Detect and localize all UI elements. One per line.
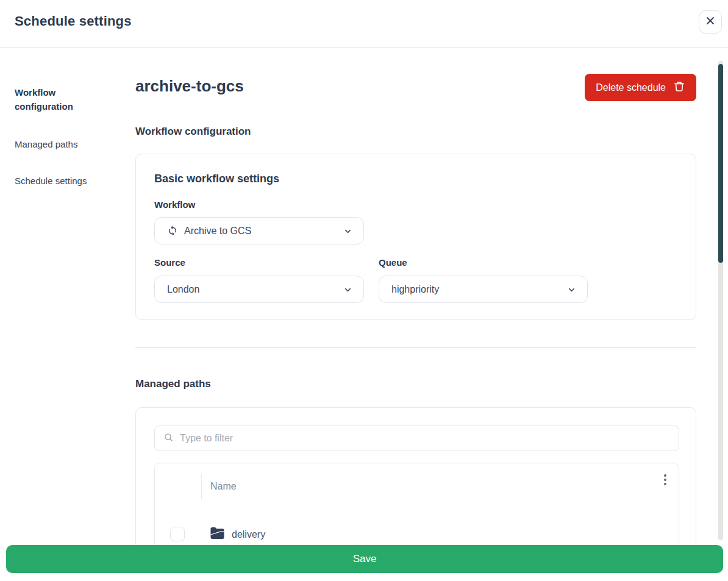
sidebar-item-workflow-configuration[interactable]: Workflow configuration <box>15 85 115 113</box>
scrollbar-thumb[interactable] <box>718 64 723 263</box>
chevron-down-icon <box>343 285 352 297</box>
page-title: archive-to-gcs <box>135 77 244 96</box>
search-icon <box>163 432 174 445</box>
delete-schedule-label: Delete schedule <box>596 82 666 93</box>
path-row-name[interactable]: delivery <box>232 529 265 540</box>
queue-select[interactable]: highpriority <box>379 276 588 303</box>
queue-select-value: highpriority <box>391 284 439 295</box>
section-divider <box>135 347 696 348</box>
save-button-label: Save <box>353 553 377 565</box>
managed-paths-heading: Managed paths <box>135 378 211 390</box>
source-select-value: London <box>167 284 199 295</box>
basic-workflow-settings-card: Basic workflow settings Workflow Archive… <box>135 154 696 320</box>
row-checkbox[interactable] <box>170 527 185 541</box>
trash-icon <box>673 80 685 95</box>
chevron-down-icon <box>343 227 352 238</box>
save-button[interactable]: Save <box>6 545 723 573</box>
source-field-label: Source <box>154 257 185 268</box>
name-column-header: Name <box>210 481 237 492</box>
kebab-menu-icon[interactable] <box>659 471 671 489</box>
sidebar-item-schedule-settings[interactable]: Schedule settings <box>15 174 115 188</box>
sidebar-item-managed-paths[interactable]: Managed paths <box>15 137 115 151</box>
close-icon <box>705 16 715 28</box>
column-separator <box>201 474 202 499</box>
chevron-down-icon <box>567 285 576 297</box>
workflow-field-label: Workflow <box>154 199 195 210</box>
delete-schedule-button[interactable]: Delete schedule <box>585 74 696 101</box>
workflow-configuration-heading: Workflow configuration <box>135 126 251 138</box>
filter-box <box>154 426 679 451</box>
workflow-select[interactable]: Archive to GCS <box>154 217 364 244</box>
workflow-select-value: Archive to GCS <box>184 226 251 237</box>
source-select[interactable]: London <box>154 276 364 303</box>
folder-icon <box>210 527 225 542</box>
recycle-icon <box>167 224 178 238</box>
modal-title: Schedule settings <box>15 13 132 29</box>
queue-field-label: Queue <box>379 257 407 268</box>
modal-header: Schedule settings <box>0 0 728 48</box>
basic-workflow-settings-title: Basic workflow settings <box>154 173 279 185</box>
scrollbar-track[interactable] <box>718 61 723 540</box>
filter-input[interactable] <box>180 433 670 444</box>
schedule-settings-modal: Schedule settings Workflow configuration… <box>0 0 728 581</box>
close-button[interactable] <box>699 10 722 34</box>
